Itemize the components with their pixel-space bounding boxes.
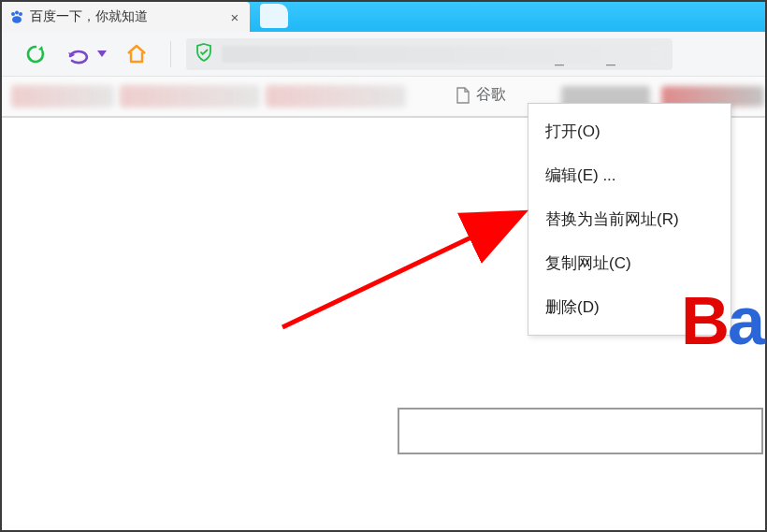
bookmark-google[interactable]: 谷歌 bbox=[456, 85, 506, 105]
svg-point-1 bbox=[15, 11, 19, 15]
home-button[interactable] bbox=[122, 39, 152, 69]
baidu-favicon bbox=[9, 9, 24, 24]
menu-edit[interactable]: 编辑(E) ... bbox=[528, 153, 731, 197]
shield-icon bbox=[195, 43, 212, 65]
toolbar-divider bbox=[170, 41, 171, 67]
back-dropdown[interactable] bbox=[95, 39, 109, 69]
page-icon bbox=[456, 87, 470, 104]
toolbar bbox=[2, 32, 765, 77]
reload-icon bbox=[24, 43, 47, 65]
new-tab-button[interactable] bbox=[260, 4, 288, 28]
tab-strip: 百度一下，你就知道 × bbox=[2, 2, 765, 32]
baidu-logo-fragment: Ba bbox=[681, 282, 763, 359]
reload-button[interactable] bbox=[21, 39, 51, 69]
chevron-down-icon bbox=[97, 50, 107, 58]
bookmark-label: 谷歌 bbox=[476, 85, 506, 105]
tab-title: 百度一下，你就知道 bbox=[30, 8, 227, 25]
logo-letter-a: a bbox=[728, 283, 763, 358]
tab-close-icon[interactable]: × bbox=[227, 10, 242, 24]
svg-point-0 bbox=[11, 12, 15, 16]
bookmark-blurred-3[interactable] bbox=[266, 85, 406, 108]
logo-letter-b: B bbox=[681, 283, 728, 358]
menu-copy-url[interactable]: 复制网址(C) bbox=[528, 241, 731, 285]
back-button[interactable] bbox=[64, 39, 94, 69]
browser-tab[interactable]: 百度一下，你就知道 × bbox=[2, 2, 250, 32]
svg-line-4 bbox=[282, 214, 520, 327]
menu-open[interactable]: 打开(O) bbox=[528, 109, 731, 153]
menu-replace[interactable]: 替换为当前网址(R) bbox=[528, 197, 731, 241]
window-frame: 百度一下，你就知道 × – – bbox=[0, 0, 767, 532]
undo-icon bbox=[65, 43, 93, 65]
search-input[interactable] bbox=[398, 408, 763, 454]
toolbar-dashes: – – bbox=[555, 54, 634, 74]
svg-point-3 bbox=[12, 16, 22, 23]
bookmark-blurred-2[interactable] bbox=[120, 85, 260, 108]
bookmark-blurred-1[interactable] bbox=[11, 85, 114, 108]
home-icon bbox=[125, 43, 148, 65]
svg-point-2 bbox=[19, 12, 22, 16]
